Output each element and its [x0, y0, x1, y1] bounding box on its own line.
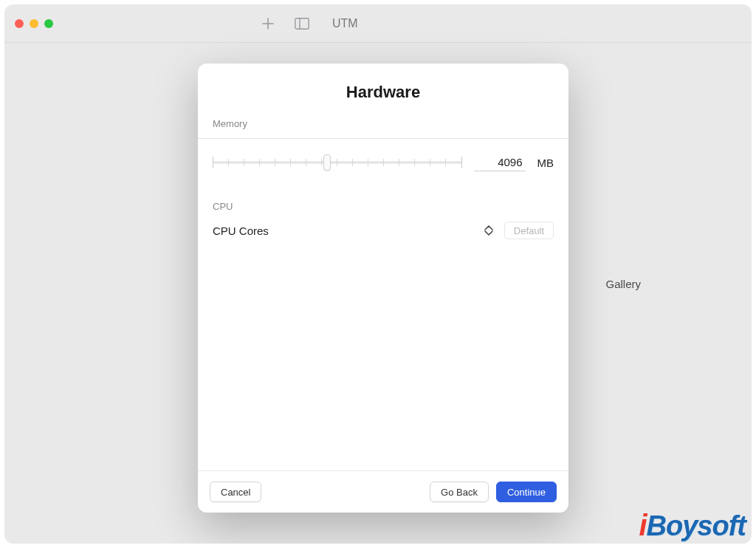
cpu-cores-row: CPU Cores Default: [213, 221, 554, 240]
gallery-label: Gallery: [605, 278, 641, 290]
app-title: UTM: [332, 17, 358, 30]
svg-rect-0: [295, 18, 309, 28]
toolbar: UTM: [258, 14, 358, 33]
modal-footer: Cancel Go Back Continue: [198, 470, 568, 513]
modal-title: Hardware: [198, 64, 568, 118]
chevron-down-icon: [484, 230, 493, 236]
watermark-i: i: [639, 509, 646, 542]
modal-body: Memory MB CPU: [198, 118, 568, 470]
memory-row: MB: [213, 154, 554, 171]
sidebar-toggle-icon[interactable]: [292, 14, 312, 33]
memory-unit: MB: [537, 157, 554, 169]
memory-section-label: Memory: [213, 118, 554, 129]
slider-thumb[interactable]: [323, 154, 331, 171]
cpu-cores-label: CPU Cores: [213, 225, 473, 237]
cpu-section-label: CPU: [213, 201, 554, 212]
go-back-button[interactable]: Go Back: [430, 482, 489, 502]
divider: [198, 138, 568, 139]
cpu-cores-stepper[interactable]: [481, 221, 497, 240]
cpu-default-button[interactable]: Default: [504, 222, 554, 239]
cancel-button[interactable]: Cancel: [210, 482, 261, 502]
close-window-button[interactable]: [15, 19, 24, 28]
chevron-up-icon: [484, 225, 493, 230]
memory-input[interactable]: [474, 154, 526, 171]
watermark-text: Boysoft: [647, 510, 746, 542]
slider-ticks: [213, 155, 462, 170]
continue-button[interactable]: Continue: [496, 482, 557, 502]
watermark-logo: iBoysoft: [639, 509, 746, 542]
window-controls: [15, 19, 53, 28]
add-icon[interactable]: [258, 14, 278, 33]
app-window: UTM Gallery Hardware Memory: [4, 4, 752, 544]
fullscreen-window-button[interactable]: [44, 19, 53, 28]
titlebar: UTM: [4, 4, 752, 43]
hardware-modal: Hardware Memory M: [198, 64, 568, 513]
memory-slider[interactable]: [213, 154, 462, 171]
minimize-window-button[interactable]: [30, 19, 38, 28]
